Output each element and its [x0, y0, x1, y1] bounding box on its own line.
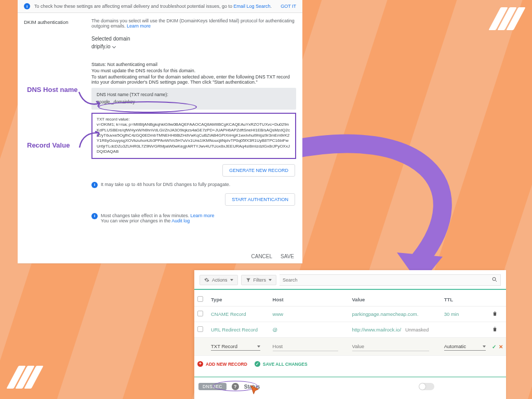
generate-record-button[interactable]: GENERATE NEW RECORD	[222, 164, 295, 177]
dns-records-table: Type Host Value TTL CNAME Record www par…	[194, 292, 506, 356]
filters-dropdown[interactable]: Filters	[241, 275, 277, 285]
status-desc-1: You must update the DNS records for this…	[91, 68, 296, 73]
brand-logo-bottom	[12, 366, 37, 389]
info-icon: i	[24, 3, 30, 9]
value-input[interactable]	[352, 342, 430, 351]
cursor-icon	[249, 384, 261, 397]
annotation-arrow-icon	[78, 91, 102, 103]
chevron-down-icon	[230, 279, 233, 281]
table-row: URL Redirect Record @ http://www.mailroc…	[194, 322, 506, 338]
ttl-select[interactable]: Automatic	[444, 342, 486, 351]
select-all-checkbox[interactable]	[197, 296, 203, 302]
row-checkbox[interactable]	[197, 326, 203, 332]
intro-text: The domains you select will use the DKIM…	[91, 18, 296, 29]
save-button[interactable]: SAVE	[281, 254, 294, 259]
table-row: CNAME Record www parkingpage.namecheap.c…	[194, 307, 506, 322]
save-all-button[interactable]: ✓ SAVE ALL CHANGES	[255, 361, 308, 367]
delete-button[interactable]	[489, 322, 506, 338]
txt-record-box: TXT record value: v=DKIM1; k=rsa; p=MIIB…	[91, 113, 296, 159]
audit-log-link[interactable]: Audit log	[171, 218, 190, 223]
chevron-down-icon	[483, 345, 486, 348]
confirm-button[interactable]: ✓	[492, 344, 496, 350]
check-icon: ✓	[255, 361, 260, 367]
annotation-value: Record Value	[27, 141, 70, 149]
trash-icon	[492, 326, 498, 332]
funnel-icon	[246, 277, 251, 283]
col-type: Type	[208, 292, 270, 307]
gear-icon	[204, 277, 209, 283]
add-record-button[interactable]: + ADD NEW RECORD	[197, 361, 247, 367]
chevron-down-icon	[257, 345, 260, 348]
banner-text: To check how these settings are affectin…	[34, 4, 272, 9]
svg-point-1	[493, 277, 496, 281]
actions-dropdown[interactable]: Actions	[200, 275, 238, 285]
status-line: Status: Not authenticating email	[91, 62, 296, 67]
annotation-ellipse	[98, 101, 197, 113]
row-checkbox[interactable]	[197, 311, 203, 316]
propagate-note: It may take up to 48 hours for DNS chang…	[101, 182, 230, 187]
start-auth-button[interactable]: START AUTHENTICATION	[225, 193, 295, 206]
got-it-button[interactable]: GOT IT	[281, 4, 296, 9]
info-icon: i	[91, 213, 98, 219]
info-icon: i	[91, 182, 98, 188]
col-host: Host	[270, 292, 349, 307]
editing-row: TXT Record Automatic ✓ ✕	[194, 338, 506, 356]
cancel-button[interactable]: CANCEL	[251, 254, 272, 259]
svg-line-2	[496, 281, 497, 282]
email-log-link[interactable]: Email Log Search	[234, 4, 271, 9]
annotation-arrow-icon	[78, 129, 101, 147]
cancel-button[interactable]: ✕	[499, 344, 503, 350]
toolbar: Actions Filters	[194, 270, 506, 290]
dns-provider-panel: Actions Filters Type Host Value TTL	[194, 270, 506, 399]
search-icon[interactable]	[491, 276, 498, 284]
plus-icon: +	[197, 361, 203, 367]
selected-domain-label: Selected domain	[91, 36, 296, 42]
learn-more-link[interactable]: Learn more	[190, 213, 214, 218]
brand-logo-top	[495, 7, 520, 30]
host-input[interactable]	[273, 342, 339, 351]
type-select[interactable]: TXT Record	[211, 342, 260, 351]
col-value: Value	[349, 292, 441, 307]
learn-more-link[interactable]: Learn more	[127, 23, 151, 29]
section-heading: DKIM authentication	[24, 18, 85, 223]
delete-button[interactable]	[489, 307, 506, 322]
info-banner: i To check how these settings are affect…	[18, 0, 302, 13]
trash-icon	[492, 311, 498, 316]
chevron-down-icon	[269, 279, 272, 281]
col-ttl: TTL	[441, 292, 489, 307]
status-desc-2: To start authenticating email for the do…	[91, 74, 296, 85]
chevron-down-icon	[112, 45, 115, 48]
search-input[interactable]	[280, 274, 501, 286]
changes-note: Most changes take effect in a few minute…	[101, 213, 214, 223]
annotation-host: DNS Host name	[27, 86, 78, 94]
dkim-admin-panel: i To check how these settings are affect…	[18, 0, 302, 263]
dnssec-toggle[interactable]	[419, 383, 434, 390]
selected-domain-dropdown[interactable]: dripify.io	[91, 44, 115, 49]
